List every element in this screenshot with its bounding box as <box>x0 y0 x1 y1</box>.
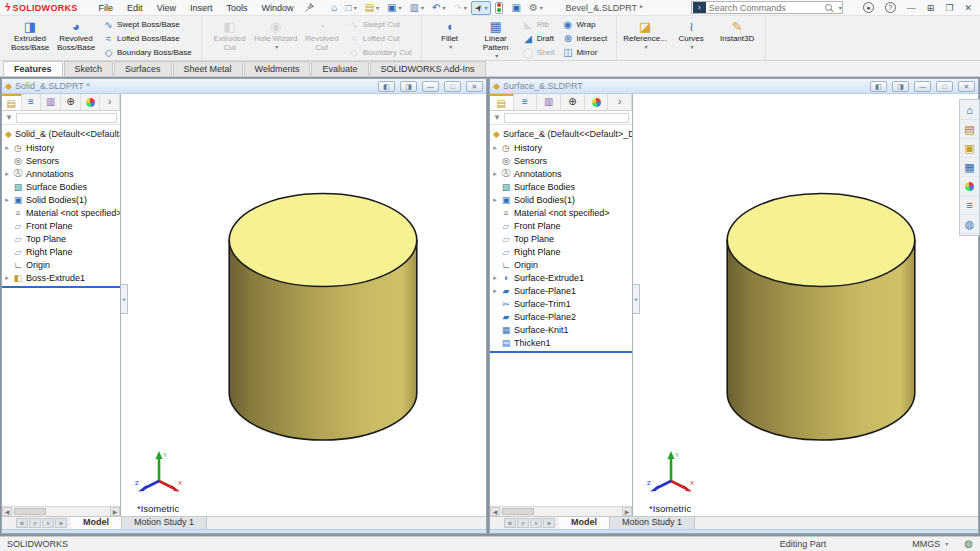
scroll-left-icon[interactable]: ◀ <box>2 507 12 516</box>
tree-item-sensors[interactable]: ◎Sensors <box>490 154 632 167</box>
tree-item-boss-extrude1[interactable]: ▸◧Boss-Extrude1 <box>2 271 120 284</box>
redo-button[interactable]: ↷▾ <box>449 1 470 15</box>
linear-pattern-button[interactable]: ▦Linear Pattern▾ <box>473 17 519 59</box>
tab-solidworks-add-ins[interactable]: SOLIDWORKS Add-Ins <box>370 61 486 76</box>
expand-arrow-icon[interactable]: ▸ <box>2 274 12 282</box>
layout-button[interactable]: ⊞ <box>927 3 935 13</box>
tree-item-history[interactable]: ▸◷History <box>2 141 120 154</box>
tab-evaluate[interactable]: Evaluate <box>311 61 368 76</box>
search-dropdown-icon[interactable]: ▾ <box>839 4 842 11</box>
first-tab-icon[interactable]: « <box>504 518 516 528</box>
propertymanager-tab[interactable]: ≡ <box>514 94 538 110</box>
tree-item-material-not-specified[interactable]: ≡Material <not specified> <box>2 206 120 219</box>
last-tab-icon[interactable]: » <box>55 518 67 528</box>
menu-tools[interactable]: Tools <box>220 2 255 14</box>
tab-surfaces[interactable]: Surfaces <box>114 61 172 76</box>
tree-item-surface-bodies[interactable]: ▧Surface Bodies <box>490 180 632 193</box>
wrap-button[interactable]: ◉Wrap <box>562 18 607 31</box>
tree-item-surface-bodies[interactable]: ▧Surface Bodies <box>2 180 120 193</box>
dropdown-arrow-icon[interactable]: ▾ <box>354 4 357 11</box>
rollback-bar[interactable] <box>490 351 632 353</box>
tree-root-item[interactable]: ◆Solid_& (Default<<Default>_ <box>2 127 120 141</box>
displaymanager-tab[interactable] <box>585 94 609 110</box>
tree-item-sensors[interactable]: ◎Sensors <box>2 154 120 167</box>
dropdown-arrow-icon[interactable]: ▾ <box>442 4 445 11</box>
tab-sketch[interactable]: Sketch <box>64 61 114 76</box>
expand-arrow-icon[interactable]: ▸ <box>490 144 500 152</box>
close-button[interactable]: ✕ <box>466 81 483 92</box>
expand-arrow-icon[interactable]: ▸ <box>490 274 500 282</box>
boundary-boss-base-button[interactable]: ◇Boundary Boss/Base <box>103 46 192 59</box>
menu-window[interactable]: Window <box>255 2 301 14</box>
more-tabs-button[interactable]: › <box>100 94 120 110</box>
menu-edit[interactable]: Edit <box>120 2 150 14</box>
scrollbar-track[interactable] <box>500 507 622 516</box>
tree-item-top-plane[interactable]: ▱Top Plane <box>490 232 632 245</box>
pin-icon[interactable] <box>305 3 314 12</box>
tree-item-thicken1[interactable]: ▤Thicken1 <box>490 336 632 349</box>
solidworks-forum-tab[interactable]: ◍ <box>960 215 979 234</box>
curves-button[interactable]: ≀Curves▾ <box>668 17 714 59</box>
lofted-boss-base-button[interactable]: ≈Lofted Boss/Base <box>103 32 192 45</box>
cascade-button[interactable]: ◧ <box>378 81 395 92</box>
minimize-button[interactable]: — <box>914 81 931 92</box>
last-tab-icon[interactable]: » <box>543 518 555 528</box>
mirror-button[interactable]: ◫Mirror <box>562 46 607 59</box>
tree-item-origin[interactable]: ∟Origin <box>490 258 632 271</box>
expand-arrow-icon[interactable]: ▸ <box>2 144 12 152</box>
tree-item-surface-plane1[interactable]: ▸▰Surface-Plane1 <box>490 284 632 297</box>
file-properties-button[interactable]: ▣ <box>507 1 524 15</box>
scroll-right-icon[interactable]: ▶ <box>622 507 632 516</box>
graphics-viewport[interactable]: ◂YXZ*Isometric <box>633 94 978 516</box>
doc-tab-model[interactable]: Model <box>559 517 610 529</box>
maximize-button[interactable]: □ <box>444 81 461 92</box>
expand-arrow-icon[interactable]: ▸ <box>490 196 500 204</box>
tree-item-solid-bodies-1[interactable]: ▸▣Solid Bodies(1) <box>2 193 120 206</box>
intersect-button[interactable]: ⊗Intersect <box>562 32 607 45</box>
tab-features[interactable]: Features <box>3 61 63 76</box>
scroll-right-icon[interactable]: ▶ <box>110 507 120 516</box>
tree-item-origin[interactable]: ∟Origin <box>2 258 120 271</box>
extruded-boss-base-button[interactable]: ◨Extruded Boss/Base <box>7 17 53 59</box>
custom-properties-tab[interactable]: ≡ <box>960 196 979 215</box>
cylinder-top-face[interactable] <box>229 194 417 287</box>
filter-input[interactable] <box>16 113 117 123</box>
dimxpertmanager-tab[interactable]: ⊕ <box>561 94 585 110</box>
revolved-boss-base-button[interactable]: ◕Revolved Boss/Base <box>53 17 99 59</box>
design-library-tab[interactable]: ▤ <box>960 120 979 139</box>
search-icon[interactable] <box>825 4 832 11</box>
cylinder-top-face[interactable] <box>727 194 915 287</box>
panel-collapse-handle[interactable]: ◂ <box>121 284 128 314</box>
scrollbar-thumb[interactable] <box>14 508 46 515</box>
expand-arrow-icon[interactable]: ▸ <box>2 196 12 204</box>
instant3d-button[interactable]: ✎Instant3D <box>714 17 760 59</box>
window-bottom-edge[interactable] <box>2 529 486 533</box>
displaymanager-tab[interactable] <box>81 94 101 110</box>
undo-button[interactable]: ↶▾ <box>428 1 449 15</box>
tab-sheet-metal[interactable]: Sheet Metal <box>173 61 243 76</box>
dropdown-arrow-icon[interactable]: ▾ <box>645 43 648 50</box>
search-commands-box[interactable]: › ▾ <box>691 1 843 14</box>
dropdown-arrow-icon[interactable]: ▾ <box>449 43 452 50</box>
document-titlebar[interactable]: ◆Surface_&.SLDPRT◧◨—□✕ <box>490 79 978 94</box>
help-button[interactable]: ? <box>885 2 896 13</box>
featuremanager-tab[interactable]: ▤ <box>2 94 22 110</box>
tree-item-front-plane[interactable]: ▱Front Plane <box>2 219 120 232</box>
dropdown-arrow-icon[interactable]: ▾ <box>691 43 694 50</box>
tree-item-surface-trim1[interactable]: ✂Surface-Trim1 <box>490 297 632 310</box>
tree-item-solid-bodies-1[interactable]: ▸▣Solid Bodies(1) <box>490 193 632 206</box>
search-input[interactable] <box>706 3 825 13</box>
restore-button[interactable]: ❐ <box>945 3 953 13</box>
draft-button[interactable]: ◢Draft <box>523 32 555 45</box>
next-tab-icon[interactable]: › <box>530 518 542 528</box>
cylinder-model[interactable] <box>725 191 917 441</box>
view-palette-tab[interactable]: ▦ <box>960 158 979 177</box>
dimxpertmanager-tab[interactable]: ⊕ <box>61 94 81 110</box>
tree-item-material-not-specified[interactable]: ≡Material <not specified> <box>490 206 632 219</box>
dropdown-arrow-icon[interactable]: ▾ <box>399 4 402 11</box>
home-button[interactable]: ⌂ <box>328 1 342 15</box>
dropdown-arrow-icon[interactable]: ▾ <box>540 4 543 11</box>
new-document-button[interactable]: □▾ <box>342 1 361 15</box>
tree-item-right-plane[interactable]: ▱Right Plane <box>2 245 120 258</box>
first-tab-icon[interactable]: « <box>16 518 28 528</box>
